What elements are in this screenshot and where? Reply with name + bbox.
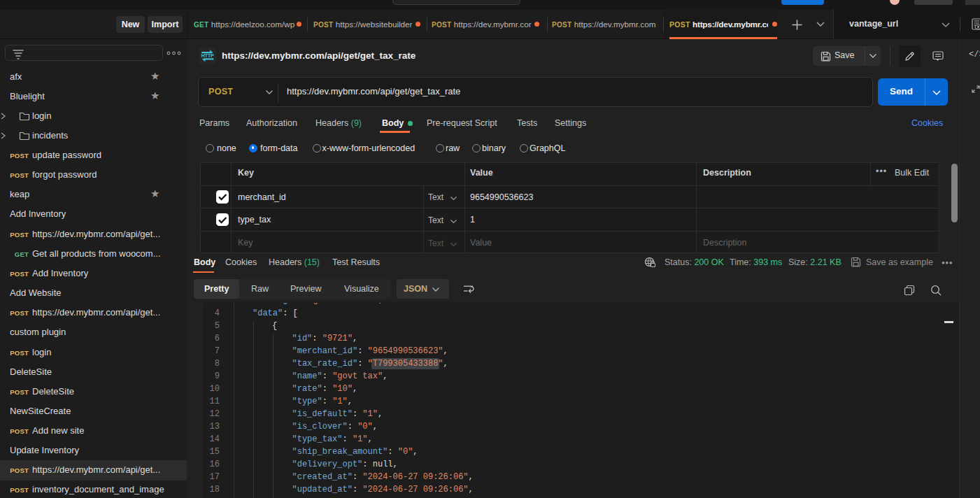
svg-text:HTTP: HTTP [201,52,214,59]
